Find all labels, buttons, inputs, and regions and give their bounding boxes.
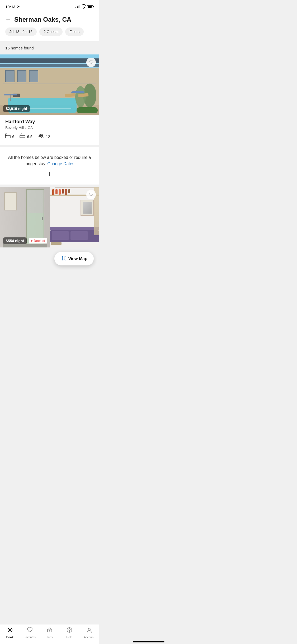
bedrooms-amenity: 6 bbox=[5, 134, 14, 140]
guests-icon bbox=[38, 134, 44, 140]
guests-amenity: 12 bbox=[38, 134, 50, 140]
filters-pill[interactable]: Filters bbox=[65, 27, 84, 36]
booked-badge: Booked bbox=[29, 238, 47, 243]
results-count: 16 homes found bbox=[5, 46, 94, 50]
svg-point-6 bbox=[39, 134, 41, 136]
svg-point-7 bbox=[41, 134, 43, 136]
dates-pill[interactable]: Jul 13 - Jul 16 bbox=[5, 27, 37, 36]
back-button[interactable]: ← bbox=[5, 16, 11, 23]
arrow-down-icon: ↓ bbox=[6, 170, 93, 177]
svg-line-4 bbox=[20, 138, 21, 138]
booked-message: All the homes below are booked or requir… bbox=[0, 147, 99, 185]
price-text-2: $554 night bbox=[3, 237, 27, 244]
listing-image-1: $2,919 night ♡ bbox=[0, 54, 99, 115]
svg-rect-2 bbox=[20, 135, 25, 138]
results-section: 16 homes found bbox=[0, 42, 99, 52]
map-icon bbox=[61, 256, 66, 262]
title-row: ← Sherman Oaks, CA bbox=[5, 16, 94, 23]
signal-icon bbox=[76, 5, 80, 8]
filter-pills: Jul 13 - Jul 16 2 Guests Filters bbox=[5, 27, 94, 36]
listing-location-1: Beverly Hills, CA bbox=[5, 126, 94, 130]
svg-marker-8 bbox=[61, 256, 66, 260]
listing-card-2[interactable]: $554 night Booked ♡ bbox=[0, 187, 99, 247]
svg-line-5 bbox=[24, 138, 25, 138]
bedroom-icon bbox=[5, 134, 11, 140]
guests-pill[interactable]: 2 Guests bbox=[39, 27, 63, 36]
listing-image-2: $554 night Booked ♡ bbox=[0, 187, 99, 247]
price-overlay-1: $2,919 night bbox=[3, 105, 30, 112]
bathrooms-amenity: 6.5 bbox=[20, 134, 32, 140]
bath-icon bbox=[20, 134, 25, 140]
listing-info-1: Hartford Way Beverly Hills, CA 6 bbox=[0, 115, 99, 145]
favorite-button-1[interactable]: ♡ bbox=[86, 58, 96, 67]
status-time: 10:13 ➤ bbox=[5, 4, 20, 9]
listing-name-1: Hartford Way bbox=[5, 119, 94, 125]
status-bar: 10:13 ➤ bbox=[0, 0, 99, 12]
listing-amenities-1: 6 6.5 bbox=[5, 134, 94, 140]
message-text: All the homes below are booked or requir… bbox=[6, 154, 93, 167]
wifi-icon bbox=[82, 4, 86, 9]
price-booked-overlay: $554 night Booked bbox=[3, 237, 47, 244]
header: ← Sherman Oaks, CA Jul 13 - Jul 16 2 Gue… bbox=[0, 12, 99, 42]
view-map-button[interactable]: View Map bbox=[54, 252, 94, 265]
change-dates-link[interactable]: Change Dates bbox=[47, 162, 74, 166]
battery-icon bbox=[87, 5, 94, 8]
page-title: Sherman Oaks, CA bbox=[14, 16, 71, 23]
status-icons bbox=[76, 4, 94, 9]
favorite-button-2[interactable]: ♡ bbox=[86, 190, 96, 199]
listing-card-1[interactable]: $2,919 night ♡ Hartford Way Beverly Hill… bbox=[0, 54, 99, 145]
view-map-label: View Map bbox=[68, 256, 87, 261]
